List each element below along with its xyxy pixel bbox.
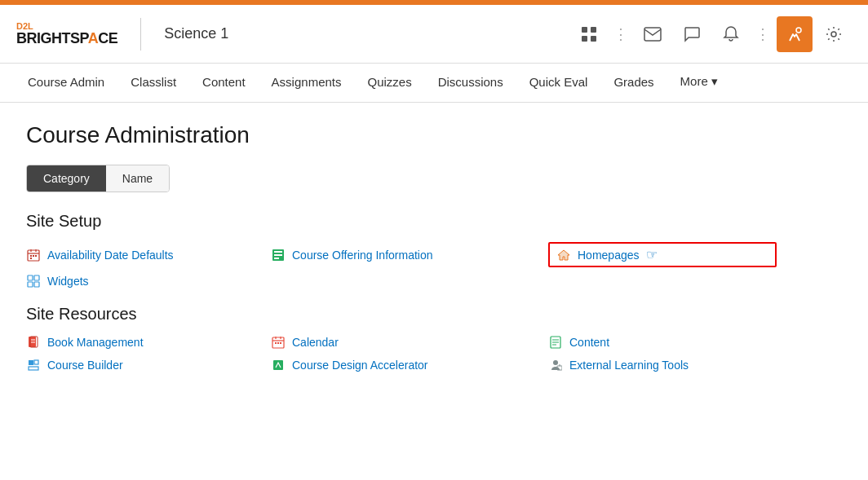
- bell-icon-btn[interactable]: [713, 16, 749, 52]
- site-resources-section: Site Resources Book Management: [26, 305, 842, 372]
- page-title: Course Administration: [26, 122, 842, 148]
- svg-rect-21: [28, 282, 33, 287]
- header: D2L BRIGHTSPACE Science 1 ⋮: [0, 5, 868, 64]
- calendar-icon: [271, 335, 286, 350]
- toggle-category[interactable]: Category: [27, 165, 106, 192]
- grid-icon: [580, 25, 598, 43]
- site-setup-title: Site Setup: [26, 212, 842, 231]
- toggle-name[interactable]: Name: [106, 165, 169, 192]
- cursor-indicator: ☞: [646, 247, 658, 262]
- dots-separator-2: ⋮: [752, 25, 773, 43]
- nav-grades[interactable]: Grades: [602, 65, 665, 101]
- svg-rect-22: [34, 282, 39, 287]
- mail-icon-btn[interactable]: [635, 16, 671, 52]
- grid-icon-btn[interactable]: [571, 16, 607, 52]
- svg-rect-3: [591, 36, 596, 42]
- nav-course-admin[interactable]: Course Admin: [16, 65, 116, 101]
- settings-icon: [825, 25, 843, 43]
- link-widgets[interactable]: Widgets: [26, 274, 255, 288]
- logo-brightspace: BRIGHTSPACE: [16, 31, 117, 47]
- course-builder-icon: [26, 358, 41, 372]
- svg-rect-4: [644, 28, 661, 41]
- logo-area: D2L BRIGHTSPACE Science 1: [16, 18, 228, 51]
- svg-rect-14: [30, 258, 32, 259]
- site-resources-links-row2: Course Builder Course Design Accelerator: [26, 358, 842, 372]
- svg-rect-32: [277, 342, 279, 344]
- course-offering-info-label: Course Offering Information: [292, 249, 433, 262]
- link-calendar[interactable]: Calendar: [271, 335, 532, 350]
- external-learning-tools-icon: [548, 358, 563, 372]
- svg-point-5: [796, 28, 801, 33]
- svg-rect-40: [29, 367, 38, 370]
- dots-separator-1: ⋮: [610, 25, 631, 43]
- svg-rect-38: [29, 360, 33, 365]
- nav-quick-eval[interactable]: Quick Eval: [518, 65, 600, 101]
- logo-d2l: D2L: [16, 21, 117, 31]
- link-availability-date-defaults[interactable]: Availability Date Defaults: [26, 242, 255, 267]
- availability-date-defaults-label: Availability Date Defaults: [47, 249, 174, 262]
- chat-icon-btn[interactable]: [674, 16, 710, 52]
- user-icon-btn[interactable]: [777, 16, 813, 52]
- svg-rect-17: [274, 254, 282, 256]
- content-icon: [548, 335, 563, 350]
- svg-rect-19: [28, 275, 33, 280]
- link-book-management[interactable]: Book Management: [26, 335, 255, 350]
- course-design-accelerator-label: Course Design Accelerator: [292, 359, 428, 372]
- course-builder-label: Course Builder: [47, 359, 123, 372]
- logo-accent: A: [88, 30, 99, 46]
- nav-bar: Course Admin Classlist Content Assignmen…: [0, 64, 868, 103]
- link-external-learning-tools[interactable]: External Learning Tools: [548, 358, 777, 372]
- chat-icon: [683, 26, 701, 42]
- svg-rect-20: [34, 275, 39, 280]
- link-homepages[interactable]: Homepages ☞: [548, 242, 777, 267]
- homepages-label: Homepages: [578, 249, 640, 262]
- svg-rect-18: [274, 258, 279, 259]
- view-toggle: Category Name: [26, 165, 170, 192]
- site-setup-links-row2: Widgets: [26, 274, 842, 288]
- svg-rect-31: [275, 342, 277, 344]
- svg-rect-2: [582, 36, 587, 42]
- link-course-builder[interactable]: Course Builder: [26, 358, 255, 372]
- svg-point-6: [831, 32, 836, 37]
- bell-icon: [723, 25, 739, 43]
- link-course-offering-information[interactable]: Course Offering Information: [271, 242, 532, 267]
- svg-rect-33: [280, 342, 281, 344]
- logo: D2L BRIGHTSPACE: [16, 21, 117, 47]
- main-content: Course Administration Category Name Site…: [0, 103, 868, 408]
- svg-rect-0: [582, 27, 587, 33]
- course-offering-info-icon: [271, 248, 286, 262]
- site-resources-title: Site Resources: [26, 305, 842, 324]
- svg-rect-12: [33, 255, 34, 257]
- mail-icon: [644, 27, 662, 42]
- nav-assignments[interactable]: Assignments: [260, 65, 353, 101]
- svg-rect-16: [274, 251, 282, 253]
- header-divider: [140, 18, 141, 51]
- site-setup-section: Site Setup Availability Date: [26, 212, 842, 288]
- calendar-label: Calendar: [292, 336, 339, 349]
- availability-date-defaults-icon: [26, 248, 41, 262]
- link-content[interactable]: Content: [548, 335, 777, 350]
- site-setup-links: Availability Date Defaults Course Offeri…: [26, 242, 842, 267]
- course-name: Science 1: [164, 25, 228, 42]
- external-learning-tools-label: External Learning Tools: [569, 359, 689, 372]
- svg-rect-1: [591, 27, 596, 33]
- nav-quizzes[interactable]: Quizzes: [356, 65, 423, 101]
- content-label: Content: [569, 336, 609, 349]
- widgets-icon: [26, 274, 41, 288]
- homepages-icon: [556, 248, 571, 262]
- nav-discussions[interactable]: Discussions: [427, 65, 515, 101]
- book-management-label: Book Management: [47, 336, 144, 349]
- header-right: ⋮ ⋮: [571, 16, 852, 52]
- widgets-label: Widgets: [47, 275, 89, 288]
- nav-more[interactable]: More ▾: [669, 64, 729, 101]
- settings-icon-btn[interactable]: [816, 16, 852, 52]
- book-management-icon: [26, 335, 41, 350]
- link-course-design-accelerator[interactable]: Course Design Accelerator: [271, 358, 532, 372]
- svg-rect-13: [35, 255, 37, 257]
- course-design-accelerator-icon: [271, 358, 286, 372]
- site-resources-links-row1: Book Management Calendar: [26, 335, 842, 350]
- nav-content[interactable]: Content: [191, 65, 257, 101]
- nav-classlist[interactable]: Classlist: [119, 65, 188, 101]
- svg-rect-11: [30, 255, 32, 257]
- svg-rect-39: [34, 360, 38, 364]
